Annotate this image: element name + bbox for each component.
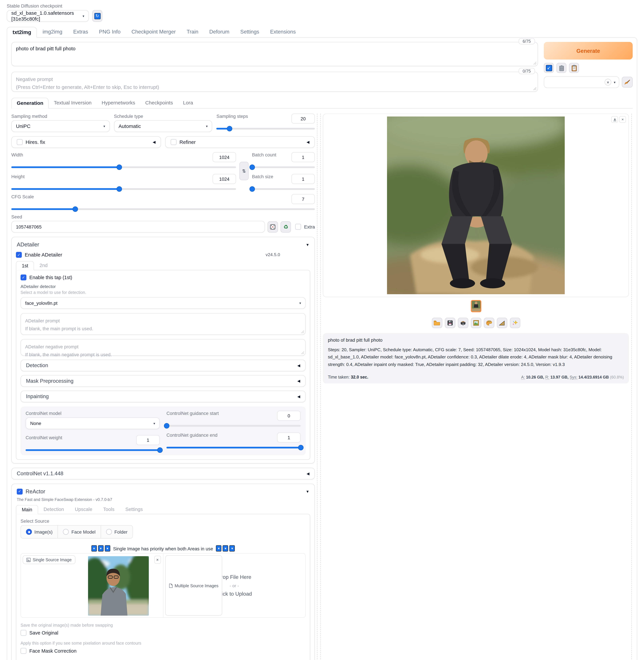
radio-unselected[interactable] [106,529,112,535]
checkbox-unchecked[interactable]: ✓ [21,648,26,654]
save-original-checkbox[interactable]: ✓ Save Original [21,630,306,636]
reactor-accordion-header[interactable]: ✓ ReActor ▼ [16,488,310,496]
cfg-scale-slider[interactable] [12,208,315,210]
single-source-image-tab[interactable]: Single Source Image [23,556,75,564]
checkbox-checked[interactable]: ✓ [21,275,26,280]
enable-adetailer-checkbox[interactable]: ✓ Enable ADetailer [16,252,62,258]
apply-styles-button[interactable] [569,63,579,73]
batch-count-input[interactable]: 1 [292,152,315,162]
prompt-input[interactable]: 6/75 photo of brad pitt full photo [12,42,538,66]
multiple-source-images-tab[interactable]: Multiple Source Images [165,556,222,616]
inpainting-accordion[interactable]: Inpainting ◀ [21,391,306,402]
height-slider[interactable] [12,188,236,190]
enable-reactor-checkbox[interactable]: ✓ ReActor [17,488,45,495]
slider-thumb[interactable] [298,445,304,450]
adetailer-tab-1st[interactable]: 1st [16,261,34,270]
checkbox-unchecked[interactable]: ✓ [295,224,301,230]
slider-thumb[interactable] [250,164,255,170]
hires-fix-checkbox[interactable]: ✓ Hires. fix [17,139,45,145]
radio-unselected[interactable] [63,529,69,535]
sampling-method-dropdown[interactable]: UniPC ▾ [12,120,110,132]
tab-png-info[interactable]: PNG Info [94,27,126,38]
open-folder-button[interactable] [432,318,442,328]
clear-styles-icon[interactable]: × [604,79,611,86]
tab-extras[interactable]: Extras [68,27,94,38]
sampling-steps-input[interactable]: 20 [292,114,315,124]
tab-settings[interactable]: Settings [235,27,264,38]
reactor-tab-tools[interactable]: Tools [98,505,120,514]
negative-prompt-input[interactable]: 0/75 Negative prompt (Press Ctrl+Enter t… [12,72,538,92]
tab-hypernetworks[interactable]: Hypernetworks [97,98,140,109]
extra-seed-checkbox[interactable]: ✓ Extra [295,224,315,230]
mask-preprocessing-accordion[interactable]: Mask Preprocessing ◀ [21,375,306,387]
hires-fix-accordion[interactable]: ✓ Hires. fix ◀ [12,136,161,148]
send-to-img2img-button[interactable] [470,318,481,328]
source-face-model-radio[interactable]: Face Model [58,525,101,539]
controlnet-guidance-start-slider[interactable] [166,425,301,427]
styles-dropdown[interactable]: × ▾ [544,76,619,88]
slider-thumb[interactable] [117,164,122,170]
controlnet-accordion[interactable]: ControlNet v1.1.448 ◀ [12,468,315,479]
slider-thumb[interactable] [227,126,232,132]
source-image-preview[interactable] [88,556,149,616]
slider-thumb[interactable] [73,206,78,212]
controlnet-guidance-end-input[interactable]: 1 [277,432,301,443]
width-input[interactable]: 1024 [213,152,236,162]
face-mask-correction-checkbox[interactable]: ✓ Face Mask Correction [21,648,306,654]
tab-checkpoint-merger[interactable]: Checkpoint Merger [126,27,181,38]
detection-accordion[interactable]: Detection ◀ [21,360,306,371]
tab-lora[interactable]: Lora [178,98,198,109]
checkbox-unchecked[interactable]: ✓ [17,139,23,145]
checkbox-unchecked[interactable]: ✓ [21,630,26,636]
width-slider[interactable] [12,166,236,168]
cfg-scale-input[interactable]: 7 [292,194,315,204]
adetailer-tab-2nd[interactable]: 2nd [34,261,53,270]
reactor-tab-upscale[interactable]: Upscale [69,505,98,514]
send-to-extras-button[interactable] [497,318,507,328]
gallery-thumbnail[interactable] [470,300,481,312]
tab-train[interactable]: Train [181,27,204,38]
enable-this-tab-checkbox[interactable]: ✓ Enable this tap (1st) [21,275,306,280]
tab-extensions[interactable]: Extensions [264,27,301,38]
slider-thumb[interactable] [250,186,255,192]
tab-deforum[interactable]: Deforum [204,27,235,38]
right-resize-handle[interactable] [631,114,633,660]
reactor-tab-main[interactable]: Main [16,505,38,514]
tab-textual-inversion[interactable]: Textual Inversion [49,98,97,109]
batch-size-input[interactable]: 1 [292,174,315,184]
controlnet-guidance-start-input[interactable]: 0 [277,411,301,421]
save-image-button[interactable] [444,318,455,328]
refresh-checkpoint-button[interactable]: ↻ [92,10,102,22]
send-to-inpaint-button[interactable] [484,318,494,328]
slider-thumb[interactable] [117,186,122,192]
swap-width-height-button[interactable]: ⇅ [239,162,249,180]
reuse-seed-button[interactable]: ♻ [281,221,291,233]
clear-prompt-button[interactable] [556,63,567,73]
adetailer-accordion-header[interactable]: ADetailer ▼ [16,240,310,250]
checkpoint-dropdown[interactable]: sd_xl_base_1.0.safetensors [31e35c80fc] … [7,10,89,22]
edit-styles-button[interactable] [622,77,633,88]
column-resize-handle[interactable] [317,114,321,660]
adetailer-model-dropdown[interactable]: face_yolov8n.pt ▾ [21,297,306,309]
save-zip-button[interactable] [458,318,468,328]
generate-button[interactable]: Generate [544,42,633,60]
reactor-tab-settings[interactable]: Settings [120,505,148,514]
reactor-tab-detection[interactable]: Detection [38,505,69,514]
download-image-button[interactable] [611,116,618,123]
radio-selected[interactable] [26,529,32,535]
height-input[interactable]: 1024 [213,174,236,184]
checkbox-unchecked[interactable]: ✓ [171,139,177,145]
source-folder-radio[interactable]: Folder [101,525,133,539]
checkbox-checked[interactable]: ✓ [16,252,22,258]
tab-txt2img[interactable]: txt2img [7,27,37,38]
close-image-button[interactable]: × [619,116,626,123]
batch-count-slider[interactable] [252,166,315,168]
reactor-sparkles-button[interactable] [510,318,520,328]
refiner-accordion[interactable]: ✓ Refiner ◀ [165,136,315,148]
slider-thumb[interactable] [157,447,163,453]
paste-generation-params-button[interactable]: ↙ [544,63,554,73]
refiner-checkbox[interactable]: ✓ Refiner [171,139,196,145]
tab-img2img[interactable]: img2img [37,27,68,38]
controlnet-guidance-end-slider[interactable] [166,447,301,448]
controlnet-weight-slider[interactable] [26,449,160,451]
